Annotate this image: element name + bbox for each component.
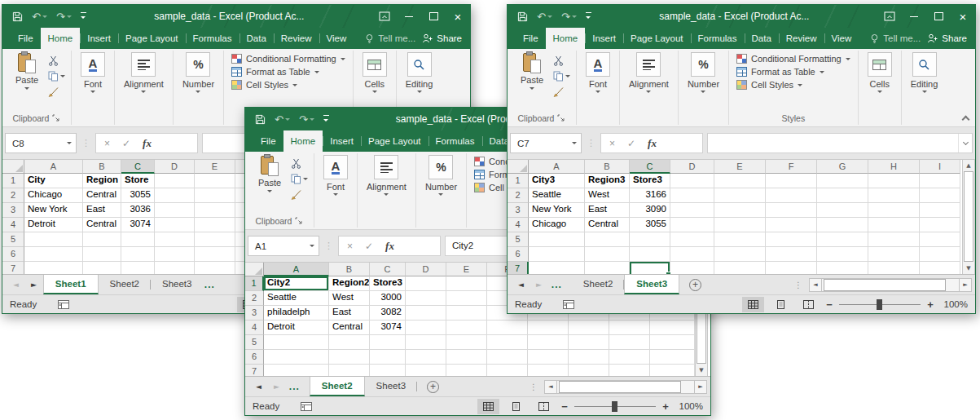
cell-I5[interactable] bbox=[920, 232, 960, 247]
column-header-A[interactable]: A bbox=[24, 160, 83, 174]
cell-D3[interactable] bbox=[155, 203, 195, 218]
tell-me-box[interactable]: Tell me... bbox=[365, 28, 415, 49]
cell-A5[interactable] bbox=[264, 335, 329, 350]
clipboard-dialog-launcher[interactable] bbox=[52, 114, 59, 122]
cell-A6[interactable] bbox=[24, 247, 83, 262]
select-all-corner[interactable] bbox=[245, 263, 264, 276]
font-group-button[interactable]: A Font bbox=[73, 49, 113, 95]
ribbon-tab-view[interactable]: View bbox=[824, 28, 859, 49]
cell-A2[interactable]: Chicago bbox=[24, 188, 83, 203]
cell-D3[interactable] bbox=[670, 203, 714, 218]
row-header-6[interactable]: 6 bbox=[245, 350, 264, 365]
conditional-formatting-button[interactable]: Conditional Formatting bbox=[736, 54, 850, 64]
macro-record-button[interactable] bbox=[563, 300, 574, 309]
cell-F6[interactable] bbox=[487, 350, 528, 365]
row-header-7[interactable]: 7 bbox=[2, 262, 24, 274]
sheet-tab-sheet3[interactable]: Sheet3 bbox=[624, 275, 679, 294]
ribbon-tab-home[interactable]: Home bbox=[41, 28, 81, 49]
ribbon-tab-data[interactable]: Data bbox=[745, 28, 779, 49]
cell-B1[interactable]: Region2 bbox=[329, 276, 370, 291]
alignment-group-button[interactable]: Alignment bbox=[621, 49, 677, 95]
horizontal-scroll-track[interactable] bbox=[822, 278, 959, 292]
column-header-E[interactable]: E bbox=[446, 263, 487, 276]
maximize-button[interactable] bbox=[926, 5, 951, 28]
cell-B5[interactable] bbox=[329, 335, 370, 350]
cell-D5[interactable] bbox=[406, 335, 446, 350]
ribbon-tab-home[interactable]: Home bbox=[546, 28, 586, 49]
cell-D5[interactable] bbox=[670, 232, 714, 247]
insert-function-icon[interactable]: fx bbox=[648, 139, 657, 148]
page-break-view-button[interactable] bbox=[533, 399, 555, 414]
cell-C6[interactable] bbox=[121, 247, 155, 262]
cell-C1[interactable]: Store bbox=[121, 174, 155, 188]
ribbon-tab-view[interactable]: View bbox=[319, 28, 354, 49]
cell-G1[interactable] bbox=[817, 174, 868, 188]
ribbon-tab-insert[interactable]: Insert bbox=[80, 28, 118, 49]
cell-D4[interactable] bbox=[670, 218, 714, 232]
editing-group-button[interactable]: Editing bbox=[903, 49, 947, 95]
minimize-button[interactable] bbox=[902, 5, 926, 28]
cell-styles-button[interactable]: Cell Styles bbox=[231, 80, 297, 90]
ribbon-tab-formulas[interactable]: Formulas bbox=[186, 28, 240, 49]
ribbon-tab-data[interactable]: Data bbox=[240, 28, 274, 49]
name-box-dropdown-icon[interactable] bbox=[67, 142, 72, 147]
cell-H6[interactable] bbox=[868, 247, 920, 262]
ribbon-tab-page-layout[interactable]: Page Layout bbox=[118, 28, 186, 49]
row-header-3[interactable]: 3 bbox=[508, 203, 529, 218]
zoom-level[interactable]: 100% bbox=[940, 299, 968, 309]
cell-I1[interactable] bbox=[920, 174, 960, 188]
ribbon-tab-home[interactable]: Home bbox=[283, 130, 323, 152]
cell-A1[interactable]: City3 bbox=[529, 174, 585, 188]
ribbon-tab-review[interactable]: Review bbox=[779, 28, 824, 49]
undo-button[interactable]: ↶ bbox=[32, 11, 47, 22]
redo-button[interactable]: ↷ bbox=[56, 11, 72, 22]
column-header-A[interactable]: A bbox=[264, 263, 329, 276]
cell-E7[interactable] bbox=[714, 262, 766, 274]
cell-B5[interactable] bbox=[585, 232, 630, 247]
cell-A5[interactable] bbox=[529, 232, 585, 247]
sheet-tab-sheet2[interactable]: Sheet2 bbox=[572, 275, 624, 294]
cell-D2[interactable] bbox=[406, 291, 446, 306]
cell-E3[interactable] bbox=[195, 203, 235, 218]
cell-F4[interactable] bbox=[487, 321, 528, 335]
undo-dropdown-icon[interactable] bbox=[547, 15, 552, 20]
row-header-5[interactable]: 5 bbox=[245, 335, 264, 350]
cell-F6[interactable] bbox=[766, 247, 817, 262]
cell-H5[interactable] bbox=[868, 232, 920, 247]
column-header-G[interactable]: G bbox=[817, 160, 868, 174]
clipboard-dialog-launcher[interactable] bbox=[557, 114, 565, 122]
font-group-button[interactable]: A Font bbox=[315, 152, 356, 198]
ribbon-tab-page-layout[interactable]: Page Layout bbox=[361, 130, 428, 152]
cell-I7[interactable] bbox=[920, 262, 960, 274]
tab-scrollbar-divider[interactable]: ⋮ bbox=[794, 281, 802, 290]
ribbon-tab-file[interactable]: File bbox=[253, 130, 283, 152]
ribbon-tab-file[interactable]: File bbox=[11, 28, 41, 49]
cell-D1[interactable] bbox=[406, 276, 446, 291]
cell-G7[interactable] bbox=[528, 365, 569, 376]
column-header-C[interactable]: C bbox=[630, 160, 670, 174]
cell-A1[interactable]: City2 bbox=[264, 276, 329, 291]
enter-icon[interactable]: ✓ bbox=[365, 241, 373, 251]
cell-B7[interactable] bbox=[83, 262, 121, 274]
cell-C2[interactable]: 3000 bbox=[370, 291, 406, 306]
cell-D6[interactable] bbox=[155, 247, 195, 262]
cell-B2[interactable]: West bbox=[329, 291, 370, 306]
sheet-nav-back[interactable]: ◄ bbox=[256, 382, 261, 391]
cell-J4[interactable] bbox=[650, 321, 695, 335]
cell-A1[interactable]: City bbox=[24, 174, 83, 188]
normal-view-button[interactable] bbox=[477, 399, 499, 414]
customize-qat-button[interactable] bbox=[323, 115, 329, 124]
cell-F1[interactable] bbox=[766, 174, 817, 188]
zoom-in-button[interactable]: + bbox=[926, 298, 934, 311]
row-header-2[interactable]: 2 bbox=[245, 291, 264, 306]
redo-button[interactable]: ↷ bbox=[299, 114, 314, 125]
cell-D4[interactable] bbox=[155, 218, 195, 232]
zoom-level[interactable]: 100% bbox=[675, 401, 703, 411]
cell-E7[interactable] bbox=[446, 365, 487, 376]
column-header-F[interactable]: F bbox=[766, 160, 817, 174]
cell-B4[interactable]: Central bbox=[83, 218, 121, 232]
cell-J5[interactable] bbox=[650, 335, 695, 350]
horizontal-scrollbar[interactable]: ◄ ► bbox=[809, 278, 972, 292]
row-header-5[interactable]: 5 bbox=[508, 232, 529, 247]
cell-D5[interactable] bbox=[155, 232, 195, 247]
